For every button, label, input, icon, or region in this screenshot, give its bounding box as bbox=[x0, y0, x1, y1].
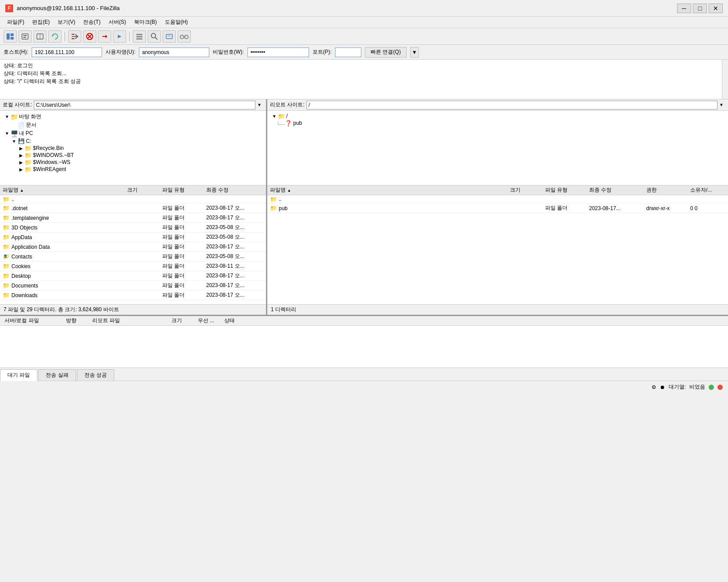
local-col-date[interactable]: 최종 수정 bbox=[206, 186, 263, 194]
remote-row-parent[interactable]: 📁 .. bbox=[267, 195, 728, 204]
queue-col-server[interactable]: 서버/로컬 파일 bbox=[3, 317, 64, 324]
port-input[interactable] bbox=[335, 47, 361, 57]
tree-item-winws[interactable]: ▶ 📁 $Windows.~WS bbox=[0, 159, 266, 166]
remote-col-date[interactable]: 최종 수정 bbox=[589, 186, 646, 194]
queue-header: 서버/로컬 파일 방향 리모트 파일 크기 우선 ... 상태 bbox=[0, 316, 728, 326]
local-date-contacts: 2023-05-08 오... bbox=[206, 253, 263, 260]
remote-status: 1 디렉터리 bbox=[267, 304, 728, 315]
queue-col-size[interactable]: 크기 bbox=[170, 317, 196, 324]
tab-queue[interactable]: 대기 파일 bbox=[0, 369, 37, 381]
queue-col-remote[interactable]: 리모트 파일 bbox=[91, 317, 170, 324]
folder-icon-cookies: 📁 bbox=[3, 263, 10, 269]
menu-server[interactable]: 서버(S) bbox=[105, 18, 130, 27]
toolbar-btn8[interactable] bbox=[113, 30, 126, 43]
remote-col-size[interactable]: 크기 bbox=[510, 186, 545, 194]
remote-col-owner[interactable]: 소유자/... bbox=[690, 186, 725, 194]
tree-item-winbt[interactable]: ▶ 📁 $WINDOWS.~BT bbox=[0, 152, 266, 159]
tree-expand-root[interactable]: ▼ bbox=[271, 114, 278, 119]
log-line-1: 상태: 로그인 bbox=[4, 62, 724, 69]
remote-col-type[interactable]: 파일 유형 bbox=[545, 186, 589, 194]
tab-failed[interactable]: 전송 실패 bbox=[38, 369, 76, 381]
menu-transfer[interactable]: 전송(T) bbox=[80, 18, 104, 27]
local-col-name[interactable]: 파일명 ▲ bbox=[3, 186, 127, 194]
local-row-dotnet[interactable]: 📁 .dotnet 파일 폴더 2023-08-17 오... bbox=[0, 204, 266, 213]
menu-file[interactable]: 파일(F) bbox=[4, 18, 28, 27]
local-row-3dobjects[interactable]: 📁 3D Objects 파일 폴더 2023-05-08 오... bbox=[0, 223, 266, 233]
minimize-button[interactable]: ─ bbox=[677, 4, 691, 13]
tree-expand-mypc[interactable]: ▼ bbox=[4, 131, 11, 136]
local-row-templateengine[interactable]: 📁 .templateengine 파일 폴더 2023-08-17 오... bbox=[0, 213, 266, 223]
local-row-parent[interactable]: 📁 .. bbox=[0, 195, 266, 204]
local-row-appdata2[interactable]: 📁 Application Data 파일 폴더 2023-08-17 오... bbox=[0, 242, 266, 252]
tree-item-recycle[interactable]: ▶ 📁 $Recycle.Bin bbox=[0, 145, 266, 152]
remote-col-perm[interactable]: 권한 bbox=[646, 186, 690, 194]
local-row-cookies[interactable]: 📁 Cookies 파일 폴더 2023-08-11 오... bbox=[0, 262, 266, 271]
svg-rect-0 bbox=[7, 33, 10, 40]
tree-item-mypc[interactable]: ▼ 🖥️ 내 PC bbox=[0, 129, 266, 138]
port-label: 포트(P): bbox=[313, 48, 331, 56]
remote-col-name[interactable]: 파일명 ▲ bbox=[270, 186, 510, 194]
tree-expand-winre[interactable]: ▶ bbox=[18, 167, 25, 172]
log-scrollbar[interactable] bbox=[722, 60, 728, 99]
toolbar-siteman[interactable] bbox=[4, 30, 17, 43]
host-input[interactable] bbox=[32, 47, 102, 57]
local-name-appdata2: Application Data bbox=[11, 244, 127, 250]
queue-col-direction[interactable]: 방향 bbox=[64, 317, 91, 324]
toolbar-log[interactable] bbox=[163, 30, 176, 43]
pass-input[interactable] bbox=[248, 47, 309, 57]
toolbar-binoculars[interactable] bbox=[178, 30, 191, 43]
remote-site-label: 리모트 사이트: bbox=[270, 101, 305, 109]
tree-expand-desktop[interactable]: ▼ bbox=[4, 114, 11, 119]
tree-item-pub[interactable]: ❓ pub bbox=[267, 120, 728, 127]
folder-icon-root: 📁 bbox=[278, 113, 285, 119]
local-row-appdata[interactable]: 📁 AppData 파일 폴더 2023-05-08 오... bbox=[0, 233, 266, 242]
toolbar-refresh[interactable] bbox=[48, 30, 62, 43]
remote-site-input[interactable] bbox=[306, 101, 717, 109]
tree-expand-recycle[interactable]: ▶ bbox=[18, 146, 25, 151]
tree-item-root[interactable]: ▼ 📁 / bbox=[267, 113, 728, 120]
title-bar-left: F anonymous@192.168.111.100 - FileZilla bbox=[5, 4, 120, 12]
local-site-dropdown[interactable]: ▼ bbox=[255, 102, 263, 107]
remote-name-pub: pub bbox=[279, 205, 510, 211]
tree-expand-winbt[interactable]: ▶ bbox=[18, 153, 25, 158]
toolbar-search[interactable] bbox=[148, 30, 161, 43]
connect-button[interactable]: 빠른 연결(Q) bbox=[365, 47, 407, 58]
tree-item-documents[interactable]: 📄 문서 bbox=[0, 121, 266, 129]
local-row-contacts[interactable]: 📁👤 Contacts 파일 폴더 2023-05-08 오... bbox=[0, 252, 266, 262]
tree-item-desktop[interactable]: ▼ 📁 바탕 화면 bbox=[0, 113, 266, 121]
local-col-type[interactable]: 파일 유형 bbox=[162, 186, 206, 194]
tree-item-c-drive[interactable]: ▼ 💾 C: bbox=[0, 138, 266, 145]
local-row-documents[interactable]: 📁 Documents 파일 폴더 2023-08-17 오... bbox=[0, 281, 266, 291]
remote-row-pub[interactable]: 📁 pub 파일 폴더 2023-08-17... drwxr-xr-x 0 0 bbox=[267, 204, 728, 213]
toolbar-btn5[interactable] bbox=[68, 30, 81, 43]
close-button[interactable]: ✕ bbox=[709, 4, 723, 13]
maximize-button[interactable]: □ bbox=[693, 4, 707, 13]
tree-expand-winws[interactable]: ▶ bbox=[18, 160, 25, 165]
menu-help[interactable]: 도움말(H) bbox=[161, 18, 192, 27]
local-row-desktop[interactable]: 📁 Desktop 파일 폴더 2023-08-17 오... bbox=[0, 271, 266, 281]
local-row-downloads[interactable]: 📁 Downloads 파일 폴더 2023-08-17 오... bbox=[0, 291, 266, 300]
queue-col-priority[interactable]: 우선 ... bbox=[196, 317, 222, 324]
local-name-templateengine: .templateengine bbox=[11, 215, 127, 221]
local-site-input[interactable] bbox=[34, 101, 255, 109]
log-line-3: 상태: "/" 디렉터리 목록 조회 성공 bbox=[4, 77, 724, 85]
user-input[interactable] bbox=[139, 47, 209, 57]
tree-item-winre[interactable]: ▶ 📁 $WinREAgent bbox=[0, 166, 266, 173]
connection-bar: 호스트(H): 사용자명(U): 비밀번호(W): 포트(P): 빠른 연결(Q… bbox=[0, 45, 728, 60]
queue-col-status[interactable]: 상태 bbox=[222, 317, 237, 324]
tree-expand-c[interactable]: ▼ bbox=[11, 139, 18, 144]
menu-bookmark[interactable]: 북마크(B) bbox=[131, 18, 160, 27]
toolbar-queue[interactable] bbox=[133, 30, 146, 43]
tab-success[interactable]: 전송 성공 bbox=[77, 369, 114, 381]
menu-view[interactable]: 보기(V) bbox=[54, 18, 79, 27]
toolbar-btn7[interactable] bbox=[98, 30, 111, 43]
remote-type-pub: 파일 폴더 bbox=[545, 204, 589, 212]
menu-edit[interactable]: 편집(E) bbox=[29, 18, 53, 27]
remote-site-dropdown[interactable]: ▼ bbox=[717, 102, 725, 107]
toolbar-btn3[interactable] bbox=[33, 30, 47, 43]
connect-dropdown[interactable]: ▼ bbox=[410, 47, 419, 58]
local-col-size[interactable]: 크기 bbox=[127, 186, 162, 194]
toolbar-cancel[interactable] bbox=[83, 30, 96, 43]
toolbar-btn2[interactable] bbox=[18, 30, 32, 43]
local-site-bar: 로컬 사이트: ▼ bbox=[0, 99, 266, 111]
